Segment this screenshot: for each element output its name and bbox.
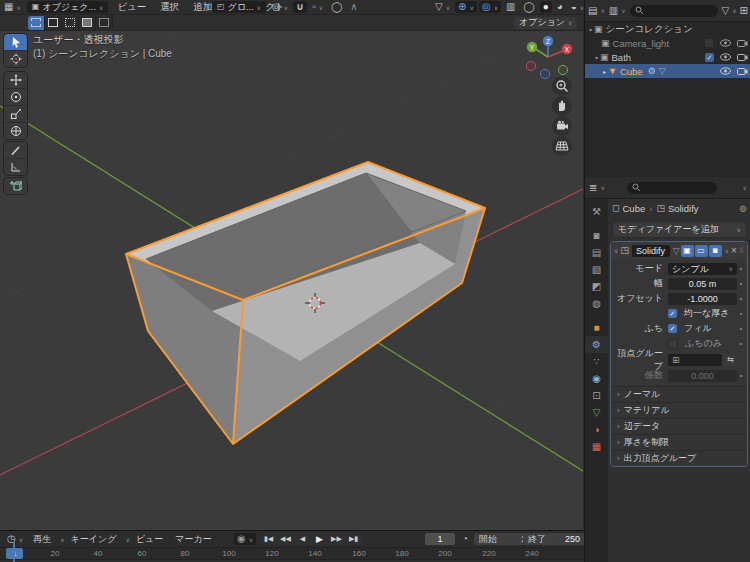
display-mode-icon[interactable]: ▥ [609, 6, 618, 16]
menu-marker[interactable]: マーカー [169, 533, 217, 546]
gizmo-z-neg-axis[interactable] [540, 69, 549, 78]
only-rim-checkbox[interactable] [668, 339, 678, 349]
tab-material[interactable]: ◑ [585, 421, 608, 438]
animate-dot[interactable]: • [737, 325, 745, 332]
tool-scale[interactable] [4, 105, 27, 122]
shading-wireframe-button[interactable]: ◯ [521, 1, 538, 13]
select-set-button[interactable] [28, 16, 45, 30]
timeline-editor-type-button[interactable]: ◷ ∨ [4, 533, 26, 545]
play-button[interactable]: ▶ [311, 533, 328, 545]
options-dropdown[interactable]: オプション ∨ [514, 17, 577, 29]
fill-checkbox[interactable]: ✓ [668, 324, 677, 333]
tool-rotate[interactable] [4, 88, 27, 105]
animate-dot[interactable]: • [737, 372, 745, 379]
subpanel-thickness-clamp[interactable]: › 厚さを制限 [611, 434, 747, 450]
animate-dot[interactable]: • [737, 295, 745, 302]
perspective-toggle-button[interactable] [552, 136, 572, 156]
visibility-dropdown[interactable]: ▽ ∨ [432, 1, 453, 13]
animate-dot[interactable]: • [737, 340, 745, 347]
tab-modifiers[interactable]: ⚙ [585, 336, 608, 353]
timeline-ruler[interactable]: 20 40 60 80 100 120 140 160 180 200 220 … [0, 548, 583, 560]
play-reverse-button[interactable]: ◀ [294, 533, 311, 545]
outliner-row-camera-light[interactable]: ▣ Camera_light [585, 36, 750, 50]
disclosure-icon[interactable]: ▸ [603, 68, 606, 75]
snap-toggle[interactable]: ∪ [293, 1, 307, 13]
camera-view-button[interactable] [552, 116, 572, 136]
mode-dropdown[interactable]: ▣ オブジェク... ∨ [27, 1, 109, 13]
editor-type-button[interactable]: ▦ ∨ [1, 1, 24, 13]
render-visibility-icon[interactable] [737, 53, 748, 61]
drag-grip-icon[interactable]: ⠿ [739, 247, 744, 255]
pin-icon[interactable]: ⊚ [739, 203, 747, 214]
outliner-row-bath[interactable]: ▾ ▣ Bath ✓ [585, 50, 750, 64]
select-subtract-button[interactable] [62, 16, 79, 30]
tab-scene[interactable]: ◩ [585, 278, 608, 295]
chevron-down-icon[interactable]: ∨ [743, 184, 747, 191]
add-modifier-button[interactable]: モディファイアーを追加 ∨ [612, 221, 747, 238]
tab-object-data[interactable]: ▽ [585, 404, 608, 421]
tab-tool[interactable]: ⚒ [585, 203, 608, 220]
outliner-editor-icon[interactable]: ▤ [588, 6, 597, 16]
eye-icon[interactable] [720, 39, 731, 47]
xray-toggle[interactable]: ▥ [503, 1, 518, 13]
tool-measure[interactable] [4, 158, 27, 175]
animate-dot[interactable]: • [737, 310, 745, 317]
animate-dot[interactable]: • [737, 265, 745, 272]
tool-select-box[interactable] [4, 34, 27, 50]
tab-view-layer[interactable]: ▧ [585, 261, 608, 278]
subpanel-materials[interactable]: › マテリアル [611, 402, 747, 418]
proportional-falloff-dropdown[interactable]: ∧ [347, 1, 360, 13]
eye-icon[interactable] [720, 67, 731, 75]
mode-dropdown[interactable]: シンプル ∨ [668, 263, 737, 275]
snap-with-dropdown[interactable]: ▫ ∨ [309, 1, 326, 13]
tab-constraints[interactable]: ⊡ [585, 387, 608, 404]
gizmos-dropdown[interactable]: ⊕ ∨ [455, 1, 477, 13]
next-keyframe-button[interactable]: ▶▶ [328, 533, 345, 545]
viewport-3d[interactable]: ユーザー・透視投影 (1) シーンコレクション | Cube [0, 30, 583, 530]
tab-world[interactable]: ◍ [585, 295, 608, 312]
width-field[interactable]: 0.05 m [668, 278, 737, 290]
edit-mode-toggle[interactable]: ▣ [681, 245, 694, 257]
include-checkbox[interactable]: ✓ [705, 53, 714, 62]
breadcrumb-modifier[interactable]: Solidify [668, 203, 699, 214]
orientation-dropdown[interactable]: ◰ グロ... ∨ [212, 1, 266, 13]
menu-keying[interactable]: キーイング [65, 533, 123, 546]
jump-to-start-button[interactable]: ▮◀ [260, 533, 277, 545]
prev-keyframe-button[interactable]: ◀◀ [277, 533, 294, 545]
render-visibility-icon[interactable] [737, 39, 748, 47]
tool-annotate[interactable] [4, 142, 27, 158]
vertex-group-field[interactable]: ⊞ [668, 354, 722, 366]
delete-modifier-icon[interactable]: × [731, 245, 737, 256]
shading-material-button[interactable]: ◕ [554, 1, 566, 13]
pan-button[interactable] [552, 96, 572, 116]
menu-select[interactable]: 選択 [153, 0, 186, 14]
tool-transform[interactable] [4, 122, 27, 139]
current-frame-field[interactable]: 1 [425, 533, 455, 545]
disclosure-icon[interactable]: ▾ [595, 54, 598, 61]
properties-editor-icon[interactable]: ≣ [589, 183, 597, 193]
eye-icon[interactable] [720, 53, 731, 61]
outliner-row-scene-collection[interactable]: ▾ ▣ シーンコレクション [585, 22, 750, 36]
on-cage-toggle[interactable]: ▽ [673, 246, 680, 256]
properties-search-input[interactable] [627, 182, 717, 194]
gizmo-y-neg-axis[interactable] [558, 65, 567, 74]
tool-move[interactable] [4, 72, 27, 88]
tab-render[interactable]: ◙ [585, 227, 608, 244]
auto-key-button[interactable]: ◉ ∨ [234, 533, 256, 545]
filter-icon[interactable]: ▽ [722, 6, 730, 16]
subpanel-output-vertex-groups[interactable]: › 出力頂点グループ [611, 450, 747, 466]
select-invert-button[interactable] [79, 16, 96, 30]
disclosure-icon[interactable]: ▾ [589, 26, 592, 33]
invert-vertex-group-button[interactable]: ⇆ [724, 354, 737, 366]
factor-field[interactable]: 0.000 [668, 370, 737, 382]
exclude-checkbox[interactable] [704, 38, 714, 48]
modifier-name-field[interactable]: Solidify [632, 245, 670, 257]
offset-field[interactable]: -1.0000 [668, 293, 737, 305]
jump-to-end-button[interactable]: ▶▮ [345, 533, 362, 545]
pivot-dropdown[interactable]: ◎ ∨ [269, 1, 291, 13]
tab-object[interactable]: ■ [585, 319, 608, 336]
stopwatch-icon[interactable]: ◔ [462, 534, 468, 544]
animate-dot[interactable]: • [737, 280, 745, 287]
select-intersect-button[interactable] [96, 16, 113, 30]
gizmo-x-neg-axis[interactable] [526, 61, 535, 70]
